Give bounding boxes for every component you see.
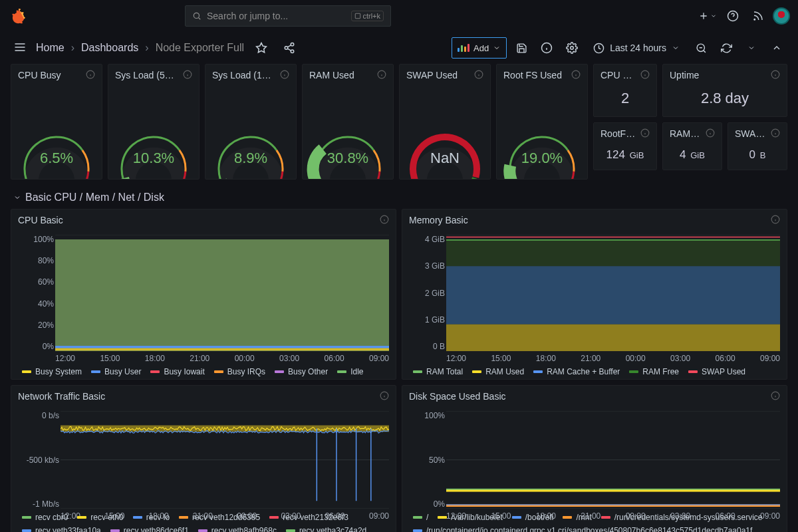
stat-panel[interactable]: RootFS Total124 GiB [593,122,657,170]
gauge-panel[interactable]: RAM Used30.8% [302,64,394,180]
gauge-panel[interactable]: Sys Load (15m avg)8.9% [205,64,297,180]
panel-title: Disk Space Used Basic [409,391,761,402]
menu-toggle-button[interactable] [13,41,29,56]
add-panel-icon [458,44,469,52]
legend-item[interactable]: RAM Free [629,367,679,376]
legend-item[interactable]: recv lo [133,513,170,522]
legend-item[interactable]: recv eth0 [77,513,123,522]
add-panel-button[interactable]: Add [452,37,507,59]
stat-panel[interactable]: SWAP Total0 B [728,122,787,170]
svg-point-3 [754,19,755,21]
legend-item[interactable]: Busy Iowait [150,367,204,376]
y-axis: 0 b/s-500 kb/s-1 Mb/s [17,411,59,509]
legend-item[interactable]: Idle [337,367,363,376]
gauge: 6.5% [11,86,102,179]
legend-item[interactable]: SWAP Used [688,367,745,376]
share-button[interactable] [279,37,300,59]
info-icon [771,70,780,81]
legend-label: recv veth33faa10a [35,526,101,532]
legend-item[interactable]: /var/lib/kubelet [438,513,502,522]
legend-label: /var/lib/kubelet [451,513,502,522]
info-icon [571,70,581,81]
legend-label: recv vetha3c74a2d [299,526,366,532]
legend-item[interactable]: recv veth86dce6f1 [110,526,189,532]
legend-item[interactable]: Busy System [22,367,82,376]
zoom-out-button[interactable] [690,37,712,59]
chevron-down-icon [13,194,21,201]
legend-label: Busy System [35,367,82,376]
legend-item[interactable]: recv veth33faa10a [22,526,101,532]
legend-item[interactable]: recv vetha3c74a2d [286,526,366,532]
panel-header: Root FS Used [497,65,587,86]
legend-item[interactable]: RAM Used [472,367,524,376]
legend-item[interactable]: /mnt [563,513,591,522]
help-button[interactable] [722,5,743,27]
gauge-panel[interactable]: CPU Busy6.5% [11,64,102,180]
legend-item[interactable]: /boot/efi [512,513,554,522]
gauge-panel[interactable]: Root FS Used19.0% [496,64,588,180]
x-axis: 12:0015:0018:0021:0000:0003:0006:0009:00 [55,354,389,363]
kiosk-button[interactable] [766,37,787,59]
time-range-button[interactable]: Last 24 hours [587,37,686,59]
chart-area[interactable] [61,411,389,509]
legend-item[interactable]: recv cbr0 [22,513,68,522]
gauge-row: CPU Busy6.5%Sys Load (5m avg)10.3%Sys Lo… [11,64,787,180]
panel-title: CPU Basic [18,215,370,225]
graph-panel[interactable]: Memory Basic 4 GiB3 GiB2 GiB1 GiB0 B 12:… [402,209,787,380]
panel-title: Memory Basic [409,215,761,225]
info-icon [377,70,386,81]
legend-item[interactable]: Busy Other [275,367,328,376]
settings-button[interactable] [561,37,583,59]
stat-value: 0 B [728,144,787,170]
panel-header: RAM Used [303,65,393,86]
legend-item[interactable]: / [413,513,428,522]
graph-panel[interactable]: Disk Space Used Basic 100%50%0% 12:0015:… [402,385,787,532]
legend-item[interactable]: /run/containerd/io.containerd.grpc.v1.cr… [413,526,752,532]
grafana-logo[interactable] [8,5,29,27]
legend-item[interactable]: Busy User [91,367,141,376]
chart-area[interactable] [446,411,780,509]
dashboard-info-button[interactable] [536,37,557,59]
panel-title: RAM Used [309,70,373,80]
crumb-home[interactable]: Home [36,42,65,54]
refresh-button[interactable] [716,37,737,59]
stat-panel[interactable]: CPU Cores2 [593,64,657,117]
legend-item[interactable]: Busy IRQs [214,367,265,376]
legend-label: Busy Iowait [164,367,204,376]
stat-panel[interactable]: RAM Total4 GiB [662,122,722,170]
svg-rect-1 [356,13,361,19]
legend-item[interactable]: recv veth12dd6385 [179,513,260,522]
search-input[interactable]: Search or jump to... ctrl+k [185,5,391,27]
legend-label: /mnt [576,513,591,522]
gauge-panel[interactable]: Sys Load (5m avg)10.3% [108,64,200,180]
news-button[interactable] [747,5,769,27]
y-axis: 100%80%60%40%20%0% [17,235,54,351]
legend-item[interactable]: RAM Total [413,367,463,376]
refresh-interval-button[interactable] [741,37,762,59]
panel-title: RAM Total [670,128,702,139]
chart-area[interactable] [55,235,389,351]
panel-header: CPU Busy [11,65,102,86]
graph-panel[interactable]: Network Traffic Basic 0 b/s-500 kb/s-1 M… [11,385,396,532]
info-icon [640,128,650,140]
stat-panel[interactable]: Uptime2.8 day [662,64,787,117]
crumb-dash[interactable]: Dashboards [81,42,138,54]
legend-item[interactable]: recv veth8afb968c [198,526,277,532]
gauge-value: 19.0% [521,150,563,167]
graph-panel[interactable]: CPU Basic 100%80%60%40%20%0% 12:0015:001… [11,209,396,380]
gauge-panel[interactable]: SWAP UsedNaN [399,64,491,180]
panel-header: Network Traffic Basic [11,386,396,407]
svg-point-7 [291,50,294,53]
chart-area[interactable] [446,235,780,351]
info-icon [280,70,289,81]
avatar[interactable] [773,7,790,25]
svg-rect-40 [446,266,780,325]
row-header[interactable]: Basic CPU / Mem / Net / Disk [11,185,787,209]
save-button[interactable] [511,37,532,59]
legend-item[interactable]: recv veth2132e6f3 [269,513,348,522]
star-button[interactable] [251,37,272,59]
clock-icon [593,43,604,54]
legend-item[interactable]: /run/credentials/systemd-sysusers.servic… [601,513,763,522]
legend-item[interactable]: RAM Cache + Buffer [533,367,620,376]
add-menu-button[interactable] [697,5,718,27]
